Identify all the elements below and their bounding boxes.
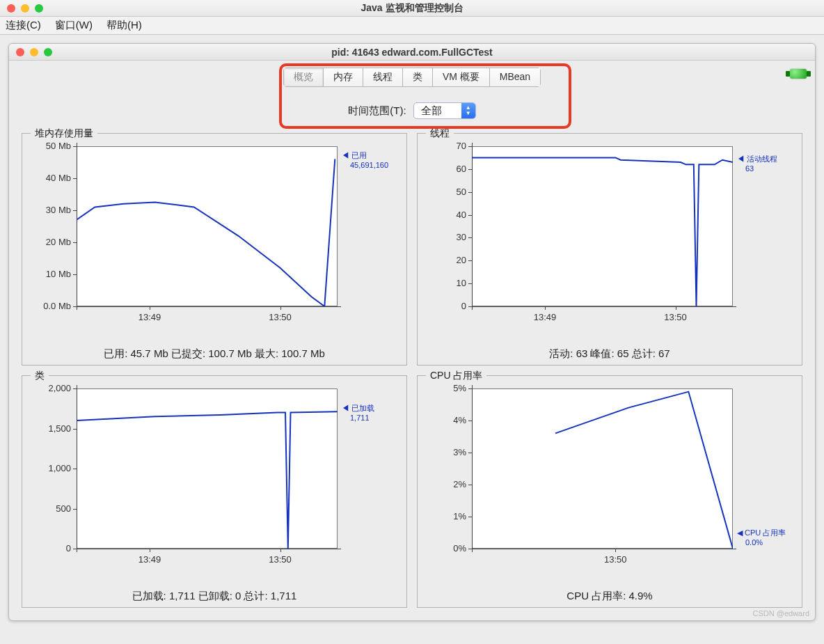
tab-memory[interactable]: 内存: [323, 68, 363, 87]
chart-summary: 活动: 63 峰值: 65 总计: 67: [418, 347, 802, 361]
chart-line: [472, 146, 733, 306]
inner-window: pid: 41643 edward.com.FullGCTest 概览 内存 线…: [8, 43, 816, 621]
tab-mbean[interactable]: MBean: [489, 68, 541, 87]
watermark: CSDN @edward: [753, 609, 809, 618]
chart-line: [77, 146, 338, 306]
x-tick-label: 13:50: [594, 554, 636, 565]
inner-titlebar: pid: 41643 edward.com.FullGCTest: [9, 44, 815, 61]
chart-line: [472, 388, 733, 549]
workspace: pid: 41643 edward.com.FullGCTest 概览 内存 线…: [0, 35, 824, 629]
y-tick-label: 70: [418, 141, 466, 151]
tab-vm-summary[interactable]: VM 概要: [432, 68, 489, 87]
chart-legend: ◀ 已加载1,711: [342, 403, 374, 422]
y-tick-label: 0%: [418, 543, 466, 553]
menu-help[interactable]: 帮助(H): [106, 19, 142, 32]
x-tick-label: 13:49: [524, 312, 566, 322]
chart-legend: ◀ 已用45,691,160: [342, 150, 388, 169]
segmented-tabs: 概览 内存 线程 类 VM 概要 MBean: [283, 68, 541, 87]
y-tick-label: 60: [418, 164, 466, 174]
connection-status-icon[interactable]: [790, 69, 807, 79]
panel-heap: 堆内存使用量 0.0 Mb10 Mb20 Mb30 Mb40 Mb50 Mb13…: [22, 133, 407, 366]
tab-overview[interactable]: 概览: [283, 68, 323, 87]
menu-connect[interactable]: 连接(C): [6, 19, 41, 32]
tabs-row: 概览 内存 线程 类 VM 概要 MBean: [9, 68, 815, 87]
panel-title: CPU 占用率: [426, 370, 486, 382]
window-title: Java 监视和管理控制台: [0, 2, 824, 15]
y-tick-label: 1,000: [22, 463, 71, 473]
tab-threads[interactable]: 线程: [363, 68, 402, 87]
time-range-value: 全部: [414, 104, 461, 118]
y-tick-label: 1%: [418, 511, 466, 521]
y-tick-label: 30 Mb: [22, 205, 71, 215]
chart-line: [77, 388, 338, 549]
inner-window-title: pid: 41643 edward.com.FullGCTest: [9, 47, 815, 58]
charts-grid: 堆内存使用量 0.0 Mb10 Mb20 Mb30 Mb40 Mb50 Mb13…: [22, 133, 802, 608]
y-tick-label: 40 Mb: [22, 173, 71, 183]
y-tick-label: 10 Mb: [22, 269, 71, 279]
menu-window[interactable]: 窗口(W): [55, 19, 93, 32]
y-tick-label: 10: [418, 278, 466, 288]
outer-titlebar: Java 监视和管理控制台: [0, 0, 824, 17]
y-tick-label: 4%: [418, 415, 466, 425]
chart-summary: CPU 占用率: 4.9%: [418, 590, 802, 603]
y-tick-label: 0.0 Mb: [22, 301, 71, 311]
x-tick-label: 13:50: [260, 312, 301, 322]
chart-legend: ◀ CPU 占用率0.0%: [737, 528, 786, 547]
y-tick-label: 3%: [418, 447, 466, 457]
x-tick-label: 13:50: [655, 312, 697, 322]
time-range-select[interactable]: 全部 ▲▼: [413, 102, 476, 119]
chart-summary: 已用: 45.7 Mb 已提交: 100.7 Mb 最大: 100.7 Mb: [22, 347, 406, 361]
tab-classes[interactable]: 类: [402, 68, 432, 87]
time-range-row: 时间范围(T): 全部 ▲▼: [9, 102, 815, 119]
panel-title: 堆内存使用量: [31, 127, 97, 140]
y-tick-label: 5%: [418, 383, 466, 393]
y-tick-label: 2,000: [22, 383, 71, 393]
y-tick-label: 40: [418, 210, 466, 220]
y-tick-label: 0: [22, 543, 71, 553]
chart-summary: 已加载: 1,711 已卸载: 0 总计: 1,711: [22, 590, 406, 603]
time-range-label: 时间范围(T):: [348, 104, 406, 118]
panel-threads: 线程 01020304050607013:4913:50◀ 活动线程63活动: …: [417, 133, 802, 366]
x-tick-label: 13:50: [260, 554, 301, 565]
y-tick-label: 500: [22, 503, 71, 514]
panel-classes: 类 05001,0001,5002,00013:4913:50◀ 已加载1,71…: [22, 375, 407, 608]
y-tick-label: 2%: [418, 479, 466, 489]
y-tick-label: 20: [418, 255, 466, 265]
y-tick-label: 0: [418, 301, 466, 311]
y-tick-label: 1,500: [22, 423, 71, 434]
panel-title: 线程: [426, 127, 454, 140]
y-tick-label: 20 Mb: [22, 237, 71, 247]
y-tick-label: 50: [418, 187, 466, 197]
menubar: 连接(C) 窗口(W) 帮助(H): [0, 17, 824, 35]
chevron-updown-icon: ▲▼: [461, 103, 475, 118]
x-tick-label: 13:49: [129, 554, 171, 565]
x-tick-label: 13:49: [129, 312, 171, 322]
panel-cpu: CPU 占用率 0%1%2%3%4%5%13:50◀ CPU 占用率0.0%CP…: [417, 375, 802, 608]
y-tick-label: 30: [418, 232, 466, 242]
panel-title: 类: [31, 370, 49, 382]
y-tick-label: 50 Mb: [22, 141, 71, 151]
chart-legend: ◀ 活动线程63: [737, 154, 777, 173]
